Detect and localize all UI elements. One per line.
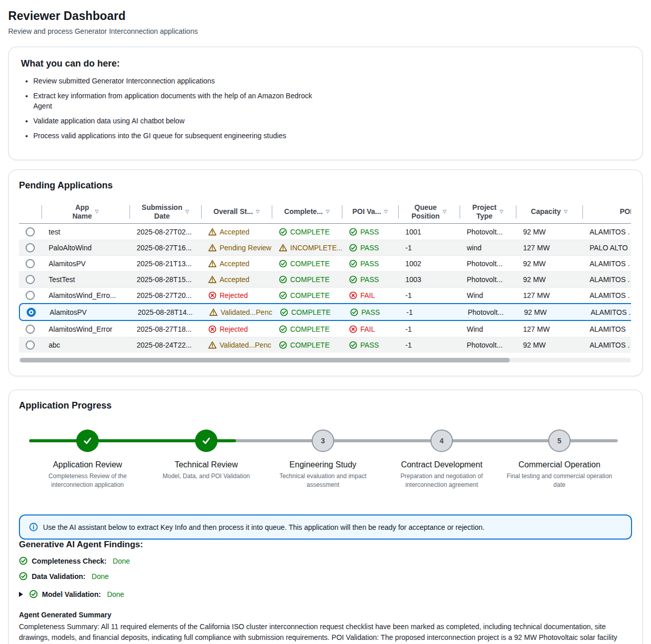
cell-submission-date: 2025-08-27T20... (129, 289, 201, 302)
cell-completeness: COMPLETE (272, 289, 342, 302)
cell-select (19, 241, 41, 254)
cell-select (19, 338, 41, 352)
column-header-queue_position[interactable]: Queue Position▽ (398, 201, 460, 223)
cell-completeness: COMPLETE (272, 323, 342, 335)
cell-project-type: Photovolt... (460, 339, 516, 351)
table-row[interactable]: PaloAltoWind2025-08-27T16...Pending Revi… (19, 240, 631, 255)
cell-submission-date: 2025-08-28T14... (131, 306, 202, 318)
status-text: Validated...Penc (221, 308, 272, 316)
expand-triangle-icon[interactable] (19, 592, 23, 597)
column-header-submission_date[interactable]: Submission Date▽ (129, 201, 201, 223)
success-check-icon (279, 325, 287, 333)
row-select-radio[interactable] (26, 325, 35, 334)
sort-caret-icon[interactable]: ▽ (95, 209, 99, 214)
step-title: Application Review (29, 460, 146, 469)
intro-bullet-list: Review submitted Generator Interconnecti… (21, 76, 318, 141)
status-text: COMPLETE (290, 228, 330, 236)
table-row[interactable]: AlamitosPV2025-08-21T13...AcceptedCOMPLE… (19, 255, 631, 271)
cell-overall-status: Accepted (201, 257, 272, 270)
step-check-icon (201, 435, 212, 446)
table-row[interactable]: AlamitosWind_Error2025-08-27T18...Reject… (19, 321, 631, 337)
intro-bullet: Process valid applications into the GI q… (33, 131, 318, 141)
cell-poi-validation: PASS (342, 339, 398, 351)
status-text: COMPLETE (290, 260, 330, 268)
row-select-radio[interactable] (27, 308, 36, 317)
step-label: Contract DevelopmentPreparation and nego… (383, 460, 501, 488)
table-row[interactable]: abc2025-08-24T22...Validated...PencCOMPL… (19, 337, 631, 353)
sort-caret-icon[interactable]: ▽ (564, 209, 568, 214)
column-header-completeness[interactable]: Complete...▽ (272, 205, 342, 218)
sort-caret-icon[interactable]: ▽ (256, 209, 259, 214)
finding-item[interactable]: Model Validation:Done (19, 590, 632, 598)
summary-heading: Agent Generated Summary (19, 611, 632, 619)
column-header-app_name[interactable]: App Name▽ (41, 201, 129, 223)
status-text: Pending Review (220, 244, 271, 252)
cell-poi-validation: FAIL (342, 323, 398, 335)
sort-caret-icon[interactable]: ▽ (443, 209, 446, 214)
table-row[interactable]: test2025-08-27T02...AcceptedCOMPLETEPASS… (19, 224, 631, 240)
progress-stepper: 345 (19, 430, 632, 452)
status-text: COMPLETE (291, 308, 331, 316)
cell-queue-position: -1 (398, 289, 460, 302)
cell-poi-validation: PASS (342, 257, 398, 270)
row-select-radio[interactable] (26, 243, 35, 252)
cell-queue-position: -1 (398, 323, 460, 335)
success-check-icon (29, 590, 38, 598)
table-row[interactable]: AlamitosPV2025-08-28T14...Validated...Pe… (19, 303, 631, 321)
error-x-icon (208, 325, 216, 333)
column-header-overall_status[interactable]: Overall St...▽ (201, 205, 272, 218)
cell-overall-status: Rejected (201, 289, 272, 302)
cell-overall-status: Validated...Penc (201, 339, 272, 351)
column-header-capacity[interactable]: Capacity▽ (516, 205, 582, 218)
cell-submission-date: 2025-08-27T18... (129, 323, 201, 335)
cell-overall-status: Validated...Penc (202, 306, 273, 318)
cell-poi: ALAMITOS . (582, 273, 631, 286)
row-select-radio[interactable] (26, 275, 35, 284)
column-header-label: App Name (72, 203, 92, 221)
success-check-icon (350, 308, 358, 316)
success-check-icon (19, 572, 28, 581)
step-number: 5 (557, 437, 561, 445)
sort-caret-icon[interactable]: ▽ (185, 209, 189, 214)
row-select-radio[interactable] (26, 340, 35, 350)
cell-select (19, 323, 41, 336)
step-circle-5: 5 (548, 430, 571, 452)
cell-submission-date: 2025-08-21T13... (129, 257, 201, 270)
sort-caret-icon[interactable]: ▽ (326, 209, 330, 214)
cell-project-type: wind (460, 242, 516, 254)
row-select-radio[interactable] (26, 291, 35, 300)
cell-app-name: AlamitosWind_Error (41, 323, 129, 335)
cell-poi-validation: PASS (342, 226, 398, 238)
column-header-poi_validation[interactable]: POI Va...▽ (342, 205, 398, 218)
table-row[interactable]: TestTest2025-08-28T15...AcceptedCOMPLETE… (19, 271, 631, 287)
cell-poi: ALAMITOS (582, 323, 631, 335)
cell-capacity: 127 MW (516, 242, 582, 254)
success-check-icon (279, 275, 287, 284)
cell-submission-date: 2025-08-28T15... (129, 273, 201, 286)
table-row[interactable]: AlamitosWind_Erro...2025-08-27T20...Reje… (19, 287, 631, 303)
column-header-project_type[interactable]: Project Type▽ (460, 201, 516, 223)
row-select-radio[interactable] (26, 227, 35, 237)
status-text: COMPLETE (290, 275, 330, 284)
status-text: PASS (360, 244, 379, 252)
sort-caret-icon[interactable]: ▽ (384, 209, 388, 214)
table-scrollbar-thumb[interactable] (20, 358, 510, 362)
column-header-label: Complete... (284, 207, 322, 216)
info-icon (29, 523, 38, 531)
cell-poi: ALAMITOS . (582, 257, 631, 270)
warning-triangle-icon (279, 244, 287, 252)
cell-submission-date: 2025-08-27T02... (129, 226, 201, 238)
cell-poi-validation: PASS (342, 273, 398, 286)
cell-capacity: 92 MW (516, 339, 582, 351)
sort-caret-icon[interactable]: ▽ (500, 209, 503, 214)
cell-completeness: INCOMPLETE... (272, 242, 342, 254)
error-x-icon (349, 325, 357, 333)
warning-triangle-icon (208, 260, 216, 268)
cell-poi: ALAMITOS . (582, 339, 631, 351)
table-horizontal-scrollbar[interactable] (19, 358, 631, 362)
finding-item: Data Validation:Done (19, 572, 632, 581)
cell-queue-position: -1 (398, 242, 460, 254)
cell-project-type: Wind (460, 323, 516, 335)
cell-completeness: COMPLETE (272, 339, 342, 351)
row-select-radio[interactable] (26, 259, 35, 268)
